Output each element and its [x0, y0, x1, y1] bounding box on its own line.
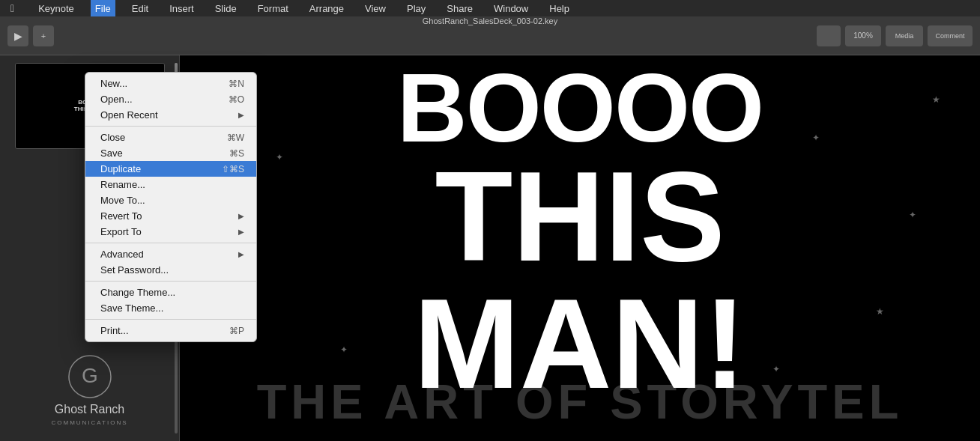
ghost-ranch-icon: G: [67, 354, 112, 399]
menubar-edit[interactable]: Edit: [127, 0, 153, 16]
menubar-arrange[interactable]: Arrange: [305, 0, 348, 16]
ghost-ranch-logo: G Ghost Ranch COMMUNICATIONS: [51, 354, 127, 426]
ghost-ranch-name: Ghost Ranch: [55, 402, 124, 416]
menu-item-advanced[interactable]: Advanced: [85, 246, 256, 262]
separator-3: [85, 281, 256, 282]
menu-item-open-recent[interactable]: Open Recent: [85, 107, 256, 123]
menu-item-close[interactable]: Close ⌘W: [85, 130, 256, 145]
ghost-ranch-sub: COMMUNICATIONS: [51, 419, 127, 426]
toolbar-comment-btn[interactable]: Comment: [928, 25, 973, 46]
file-dropdown-menu: New... ⌘N Open... ⌘O Open Recent Close ⌘…: [85, 72, 257, 342]
menu-item-new[interactable]: New... ⌘N: [85, 76, 256, 91]
svg-text:G: G: [82, 364, 98, 387]
menubar-window[interactable]: Window: [489, 0, 533, 16]
menu-item-duplicate[interactable]: Duplicate ⇧⌘S: [85, 161, 256, 177]
apple-menu-item[interactable]: : [6, 0, 19, 16]
menu-item-open[interactable]: Open... ⌘O: [85, 91, 256, 107]
menu-item-revert-to[interactable]: Revert To: [85, 208, 256, 224]
toolbar-media-btn[interactable]: Media: [886, 25, 923, 46]
menubar-file[interactable]: File: [91, 0, 115, 16]
menubar-help[interactable]: Help: [545, 0, 574, 16]
menu-item-move-to[interactable]: Move To...: [85, 192, 256, 208]
menu-item-save[interactable]: Save ⌘S: [85, 145, 256, 161]
toolbar-btn-2[interactable]: +: [33, 25, 54, 46]
toolbar-view-btn[interactable]: [817, 25, 841, 46]
slide-bottom-text: THE ART OF STORYTEL: [257, 374, 904, 430]
menubar-share[interactable]: Share: [442, 0, 477, 16]
menubar-insert[interactable]: Insert: [165, 0, 199, 16]
menubar-view[interactable]: View: [360, 0, 390, 16]
menu-item-set-password[interactable]: Set Password...: [85, 262, 256, 278]
slide-canvas: ★ ✦ ★ ✦ ★ ✦ ★ ✦ ★ ✦ BOOOO THIS MAN! THE …: [180, 55, 980, 441]
separator-1: [85, 126, 256, 127]
menu-item-print[interactable]: Print... ⌘P: [85, 323, 256, 338]
menu-item-save-theme[interactable]: Save Theme...: [85, 300, 256, 316]
menubar-play[interactable]: Play: [402, 0, 430, 16]
toolbar-zoom-btn[interactable]: 100%: [845, 25, 881, 46]
main-area: New... ⌘N Open... ⌘O Open Recent Close ⌘…: [0, 55, 980, 441]
slide-boooo-text: BOOOO: [397, 59, 763, 156]
menubar:  Keynote File Edit Insert Slide Format …: [0, 0, 980, 16]
separator-2: [85, 243, 256, 243]
slide-this-man-text: THIS MAN!: [414, 153, 746, 407]
menu-item-export-to[interactable]: Export To: [85, 224, 256, 240]
menubar-keynote[interactable]: Keynote: [34, 0, 79, 16]
menubar-slide[interactable]: Slide: [211, 0, 241, 16]
toolbar-btn-1[interactable]: ▶: [7, 25, 28, 46]
menu-item-change-theme[interactable]: Change Theme...: [85, 285, 256, 300]
canvas-area[interactable]: ★ ✦ ★ ✦ ★ ✦ ★ ✦ ★ ✦ BOOOO THIS MAN! THE …: [180, 55, 980, 441]
menubar-format[interactable]: Format: [253, 0, 293, 16]
separator-4: [85, 319, 256, 320]
toolbar: ▶ + 100% Media Comment: [0, 16, 980, 55]
menu-item-rename[interactable]: Rename...: [85, 177, 256, 192]
